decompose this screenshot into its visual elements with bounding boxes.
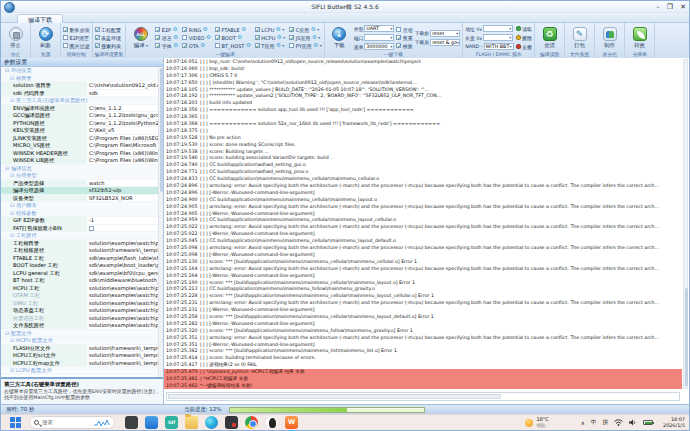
param-value[interactable]: -1 <box>87 217 158 224</box>
checkbox-icon[interactable] <box>255 27 260 32</box>
app-blue-icon[interactable] <box>145 416 158 429</box>
param-value[interactable]: solution\examples\watch\proj... <box>87 285 158 292</box>
taskbar-search-input[interactable]: 搜索 <box>29 416 115 429</box>
start-button-icon[interactable] <box>10 417 21 428</box>
gear-icon[interactable]: ⚙ <box>173 35 178 41</box>
compile-checkbox-BOOT[interactable]: BOOT⚙ <box>215 34 251 41</box>
wifi-icon[interactable] <box>614 419 623 426</box>
compile-checkbox-C应用[interactable]: C应用⚙▾ <box>289 26 321 33</box>
gear-icon[interactable]: ⚙ <box>200 43 205 49</box>
param-value[interactable]: solution\examples\watch\proj... <box>87 322 158 329</box>
param-value[interactable]: C:\sishe\solution0912_old.ope... <box>87 82 158 89</box>
param-row[interactable]: 工程根目录solution\examples\watch\proj... <box>1 240 158 248</box>
param-row[interactable]: solution 项目录C:\sishe\solution0912_old.op… <box>1 82 158 90</box>
ime-language-indicator[interactable]: 中 <box>591 419 597 427</box>
checkbox-icon[interactable] <box>396 27 401 32</box>
param-row[interactable]: HCPU工程map文件solution\framework\_templat..… <box>1 360 158 368</box>
compile-checkbox-BT_HOST[interactable]: BT_HOST⚙ <box>215 42 251 49</box>
checkbox-icon[interactable] <box>182 27 187 32</box>
flash-field-地址 0x-value[interactable]: ▾ <box>483 25 513 32</box>
param-category-row[interactable]: ⊟ 环境设置 <box>1 67 158 75</box>
checkbox-icon[interactable] <box>215 35 220 40</box>
param-value[interactable]: sdk\example\bf0\lcpu_general\... <box>87 270 158 277</box>
param-value[interactable] <box>87 225 158 232</box>
log-vertical-scrollbar[interactable] <box>683 59 688 389</box>
制作-button[interactable]: 制作 <box>597 27 622 48</box>
taskbar-clock[interactable]: 18:07 2026/1/5 <box>663 417 685 428</box>
chevron-down-icon[interactable]: ▾ <box>390 44 392 49</box>
chevron-down-icon[interactable]: ▾ <box>456 31 458 36</box>
compile-checkbox-T应用[interactable]: T应用⚙▾ <box>255 42 285 49</box>
download-field-端口-value[interactable]: ▾ <box>364 34 394 41</box>
chrome-icon[interactable] <box>245 416 258 429</box>
param-value[interactable]: C:\Keil_v5 <box>87 127 158 134</box>
compile-checkbox-语言[interactable]: 语言⚙ <box>155 34 178 41</box>
flash-field-长度 0x-value[interactable]: ▾ <box>483 34 513 41</box>
gear-icon[interactable]: ⚙ <box>237 35 242 41</box>
param-value[interactable]: solution\framework\_templat... <box>87 247 158 254</box>
gear-icon[interactable]: ⚙ <box>276 43 281 49</box>
checkbox-icon[interactable] <box>289 43 294 48</box>
checkbox-icon[interactable] <box>215 43 220 48</box>
minimize-button[interactable]: – <box>656 3 660 11</box>
param-row[interactable]: HCPU工程sct文件solution\framework\_templat..… <box>1 352 158 360</box>
flash-op-全擦[interactable]: 全擦 <box>516 43 533 51</box>
checkbox-icon[interactable] <box>396 43 401 48</box>
env-checkbox-表盘环境[interactable]: 表盘环境 <box>95 34 122 41</box>
checkbox-icon[interactable] <box>182 35 187 40</box>
chevron-down-icon[interactable]: ▾ <box>283 35 285 40</box>
param-value[interactable]: sdk\example\boot_loader\proj... <box>87 262 158 269</box>
param-value[interactable]: solution\framework\_templat... <box>87 352 158 359</box>
checkbox-icon[interactable] <box>255 35 260 40</box>
flash-op-擦除[interactable]: 擦除 <box>516 34 533 42</box>
chevron-down-icon[interactable]: ▾ <box>457 40 459 45</box>
param-value[interactable]: C:\Program Files (x86)\Window... <box>87 150 158 157</box>
download-field-速率-value[interactable]: 3000000▾ <box>364 43 394 50</box>
log-output[interactable]: 10:07:16.051| | | bsp_root: C:\sishe\sol… <box>164 59 682 389</box>
param-category-row[interactable]: ⊟ 编译信息 <box>1 165 158 173</box>
param-value[interactable]: C:\Program Files\Microsoft Vis... <box>87 142 158 149</box>
param-row[interactable]: OTAM 工程solution\examples\watch\proj... <box>1 292 158 300</box>
param-row[interactable]: BT host 工程sdk\middleware\bluetooth_ho... <box>1 277 158 285</box>
param-value[interactable]: C:\Program Files (x86)\SEGGER... <box>87 135 158 142</box>
compile-all-button[interactable]: ALL 编译 ▾ <box>128 27 153 49</box>
download-field-类型-value[interactable]: UART▾ <box>364 25 394 32</box>
转换-button[interactable]: 转换 <box>627 27 652 48</box>
checkbox-icon[interactable] <box>63 43 68 48</box>
param-value[interactable]: solution\examples\watch\proj... <box>87 315 158 322</box>
gear-icon[interactable]: ⚙ <box>276 27 281 33</box>
param-row[interactable]: SIMU 工程solution\examples\watch\proj... <box>1 300 158 308</box>
special-checkbox-E2P清空[interactable]: E2P清空 <box>63 34 90 41</box>
chevron-down-icon[interactable]: ▾ <box>510 44 512 49</box>
param-row[interactable]: GIF EZIP参数-1 <box>1 217 158 225</box>
param-value[interactable]: sf32lb52-ulp <box>87 187 158 194</box>
stop-button[interactable]: 停止 <box>3 27 28 48</box>
param-row[interactable]: WINSDK HEADER路径C:\Program Files (x86)\Wi… <box>1 150 158 158</box>
weather-widget[interactable]: 18°C 晴朗 <box>525 417 548 428</box>
chevron-down-icon[interactable]: ▾ <box>390 35 392 40</box>
compile-checkbox-VIDEO[interactable]: VIDEO⚙ <box>182 34 211 41</box>
param-row[interactable]: WINSDK LIB路径C:\Program Files (x86)\Windo… <box>1 157 158 165</box>
gear-icon[interactable]: ⚙ <box>246 43 251 49</box>
app-dark-icon[interactable] <box>125 416 138 429</box>
param-row[interactable]: 文件系统路径solution\examples\watch\proj... <box>1 322 158 330</box>
compile-checkbox-FTABLE[interactable]: FTABLE⚙ <box>215 26 251 33</box>
wps-icon[interactable]: W <box>285 416 298 429</box>
compile-checkbox-RING[interactable]: RING⚙ <box>182 26 211 33</box>
gear-icon[interactable]: ⚙ <box>173 43 178 49</box>
compile-checkbox-OTA[interactable]: OTA⚙ <box>182 42 211 49</box>
gear-icon[interactable]: ⚙ <box>311 27 316 33</box>
maximize-button[interactable]: ❐ <box>667 3 673 11</box>
gear-icon[interactable]: ⚙ <box>203 27 208 33</box>
param-value[interactable]: C:\env_1.1.2\tools\gnu_gcc\ar... <box>87 112 158 119</box>
chevron-down-icon[interactable]: ▾ <box>509 35 511 40</box>
param-value[interactable]: solution\examples\watch\proj... <box>87 292 158 299</box>
param-value[interactable]: solution\examples\watch\proj... <box>87 240 158 247</box>
volume-icon[interactable] <box>629 419 637 426</box>
param-row[interactable]: 工程模板路径solution\framework\_templat... <box>1 247 158 255</box>
gear-icon[interactable]: ⚙ <box>206 35 211 41</box>
checkbox-icon[interactable] <box>182 43 187 48</box>
log-horizontal-scrollbar[interactable] <box>166 392 680 401</box>
param-value[interactable]: sdk\example\flash_table\sf32lb... <box>87 255 158 262</box>
app-dark2-icon[interactable] <box>225 416 238 429</box>
